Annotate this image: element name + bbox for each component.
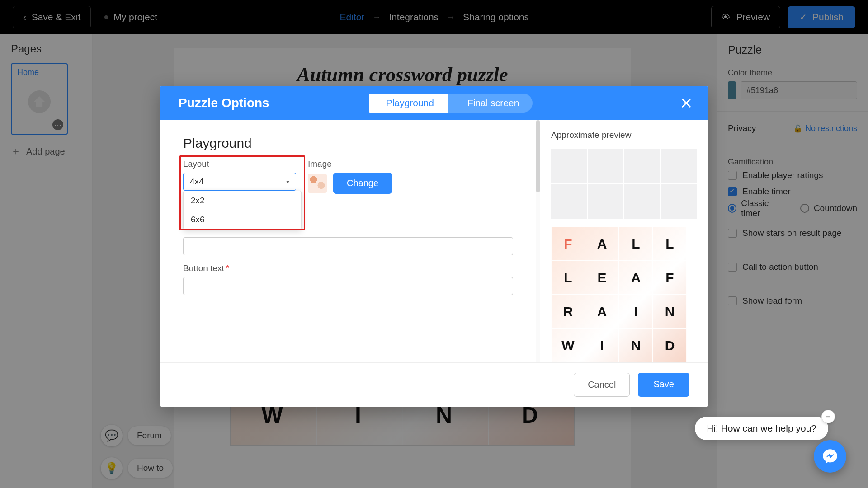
layout-value: 4x4	[190, 177, 204, 187]
chat-greeting-text: Hi! How can we help you?	[707, 423, 816, 433]
button-text-label: Button text*	[183, 263, 517, 273]
preview-cell: I	[619, 295, 653, 328]
chat-greeting-close[interactable]: −	[822, 410, 835, 423]
preview-cell: R	[551, 295, 585, 328]
preview-cell: E	[585, 261, 619, 295]
preview-cell: W	[551, 328, 585, 362]
image-thumbnail[interactable]	[308, 174, 327, 193]
preview-cell: N	[653, 295, 687, 328]
layout-field: Layout 4x4 ▾ 2x2 6x6	[183, 159, 296, 194]
image-label: Image	[308, 159, 392, 169]
modal-section-title: Playground	[183, 136, 517, 151]
text-input[interactable]	[183, 237, 513, 255]
button-text-input[interactable]	[183, 277, 513, 295]
cancel-button[interactable]: Cancel	[574, 373, 630, 397]
layout-dropdown: 2x2 6x6	[183, 191, 302, 230]
modal-overlay: Puzzle Options Playground Final screen P…	[0, 0, 868, 488]
modal-title: Puzzle Options	[179, 96, 269, 110]
layout-option[interactable]: 2x2	[184, 191, 301, 210]
modal-preview: Approximate preview F A L L L E A F R A …	[540, 120, 708, 362]
modal-form: Playground Layout 4x4 ▾ 2x2 6x6	[160, 120, 540, 362]
image-field: Image Change	[308, 159, 392, 194]
chat-greeting-bubble[interactable]: Hi! How can we help you? −	[695, 417, 828, 440]
modal-header: Puzzle Options Playground Final screen	[160, 86, 708, 120]
change-image-button[interactable]: Change	[333, 173, 392, 194]
preview-cell: F	[551, 227, 585, 261]
preview-cell: A	[585, 227, 619, 261]
preview-cell: L	[619, 227, 653, 261]
modal-tab-final[interactable]: Final screen	[448, 94, 533, 113]
preview-cell: F	[653, 261, 687, 295]
layout-select[interactable]: 4x4 ▾	[183, 173, 296, 191]
preview-cell: L	[551, 261, 585, 295]
layout-label: Layout	[183, 159, 296, 169]
scrollbar[interactable]	[536, 120, 540, 362]
modal-footer: Cancel Save	[160, 362, 708, 407]
layout-option[interactable]: 6x6	[184, 210, 301, 229]
preview-heading: Approximate preview	[551, 130, 697, 140]
preview-cell: I	[585, 328, 619, 362]
close-icon[interactable]	[679, 95, 694, 111]
save-button[interactable]: Save	[638, 373, 689, 397]
preview-cell: D	[653, 328, 687, 362]
puzzle-options-modal: Puzzle Options Playground Final screen P…	[160, 86, 708, 407]
preview-slots-grid	[551, 149, 697, 219]
preview-cell: N	[619, 328, 653, 362]
preview-cell: A	[619, 261, 653, 295]
chat-fab[interactable]	[814, 440, 846, 473]
preview-cell: L	[653, 227, 687, 261]
preview-cell: A	[585, 295, 619, 328]
chevron-down-icon: ▾	[286, 178, 289, 185]
messenger-icon	[821, 448, 839, 465]
modal-tab-playground[interactable]: Playground	[369, 94, 448, 113]
preview-puzzle-grid: F A L L L E A F R A I N W I N D	[551, 227, 687, 362]
